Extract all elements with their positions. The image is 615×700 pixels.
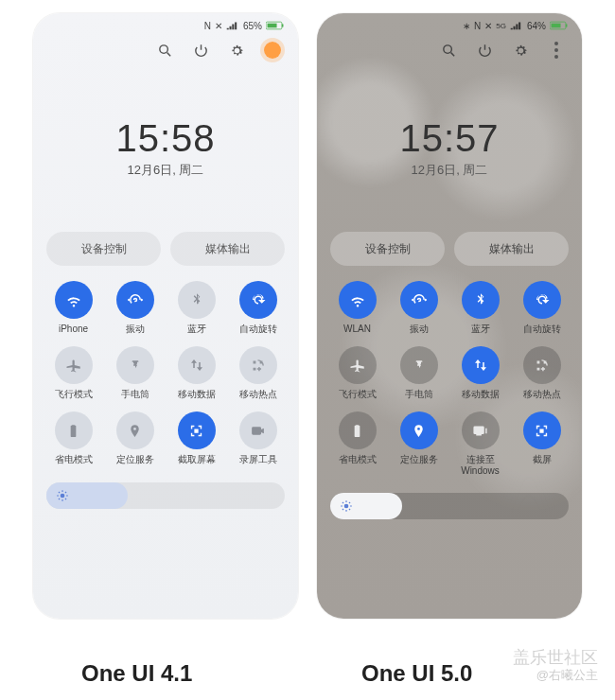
qs-tile-flash[interactable]: 手电筒 [104,346,166,400]
capture-icon [178,411,216,449]
qs-tile-label: 定位服务 [400,454,438,465]
date-text: 12月6日, 周二 [317,162,582,179]
qs-top-row [33,34,298,59]
airplane-icon [55,346,93,384]
qs-tile-location[interactable]: 定位服务 [388,411,449,476]
time-text: 15:58 [33,117,298,160]
svg-rect-2 [268,24,277,28]
qs-tile-label: 飞行模式 [55,389,93,400]
qs-tile-label: 蓝牙 [187,324,206,335]
gear-icon[interactable] [512,42,529,59]
sun-icon [340,499,353,513]
qs-tile-vibrate[interactable]: 振动 [388,281,449,335]
control-pills: 设备控制 媒体输出 [317,232,582,266]
media-output-button[interactable]: 媒体输出 [454,232,569,266]
time-text: 15:57 [317,117,582,160]
qs-tile-rotate[interactable]: 自动旋转 [227,281,289,335]
date-text: 12月6日, 周二 [33,162,298,179]
bt-status-icon: ∗ [463,21,470,31]
hotspot-icon [239,346,277,384]
vibrate-icon [400,281,438,319]
qs-tile-hotspot[interactable]: 移动热点 [511,346,572,400]
power-icon[interactable] [192,42,209,59]
battery-icon [339,411,377,449]
mute-icon: ✕ [215,21,222,31]
record-icon [239,411,277,449]
flash-icon [116,346,154,384]
qs-tile-battery[interactable]: 省电模式 [43,411,104,465]
qs-tile-hotspot[interactable]: 移动热点 [227,346,289,400]
clock-block: 15:58 12月6日, 周二 [33,117,298,179]
qs-tile-flash[interactable]: 手电筒 [388,346,449,400]
qs-tile-capture[interactable]: 截屏 [511,411,572,476]
qs-tile-rotate[interactable]: 自动旋转 [511,281,572,335]
svg-point-3 [159,44,167,53]
search-icon[interactable] [440,42,457,59]
svg-rect-1 [282,24,284,26]
net-label: 5G [496,22,506,30]
qs-tile-label: 手电筒 [121,389,149,400]
device-control-button[interactable]: 设备控制 [46,232,161,266]
qs-tile-data[interactable]: 移动数据 [166,346,227,400]
qs-tile-label: 省电模式 [339,454,377,465]
status-bar: N ✕ 65% [33,13,298,34]
flash-icon [400,346,438,384]
qs-tile-label: 振动 [126,324,145,335]
nfc-icon: N [204,21,211,31]
qs-grid: iPhone振动蓝牙自动旋转飞行模式手电筒移动数据移动热点省电模式定位服务截取屏… [33,266,298,465]
link-icon [462,411,500,449]
qs-tile-wifi[interactable]: iPhone [43,281,104,335]
qs-tile-bluetooth[interactable]: 蓝牙 [449,281,511,335]
watermark-line1: 盖乐世社区 [513,648,598,669]
data-icon [462,346,500,384]
qs-tile-link[interactable]: 连接至 Windows [449,411,511,476]
svg-point-4 [61,494,65,499]
svg-rect-7 [552,24,561,28]
qs-tile-capture[interactable]: 截取屏幕 [166,411,227,465]
bluetooth-icon [462,281,500,319]
wifi-icon [339,281,377,319]
qs-tile-label: 录屏工具 [239,454,277,465]
control-pills: 设备控制 媒体输出 [33,232,298,266]
comparison-stage: N ✕ 65% 15:58 12月6日, 周二 设备控制 媒体输出 iPhone… [0,0,615,619]
qs-tile-location[interactable]: 定位服务 [104,411,166,465]
qs-tile-label: 飞行模式 [339,389,377,400]
qs-tile-battery[interactable]: 省电模式 [326,411,388,476]
media-output-button[interactable]: 媒体输出 [170,232,285,266]
qs-tile-label: 省电模式 [55,454,93,465]
svg-rect-6 [566,24,568,26]
gear-icon[interactable] [228,42,245,59]
device-control-button[interactable]: 设备控制 [330,232,445,266]
brightness-slider[interactable] [330,493,569,519]
qs-tile-wifi[interactable]: WLAN [326,281,388,335]
wifi-signal-icon [226,21,239,30]
search-icon[interactable] [156,42,173,59]
airplane-icon [339,346,377,384]
qs-tile-bluetooth[interactable]: 蓝牙 [166,281,227,335]
qs-tile-airplane[interactable]: 飞行模式 [326,346,388,400]
watermark-line2: @右曦公主 [513,668,598,683]
notif-dot-icon[interactable] [264,42,281,59]
battery-icon [266,21,285,30]
qs-tile-label: 移动数据 [462,389,500,400]
svg-point-9 [344,504,349,509]
qs-tile-airplane[interactable]: 飞行模式 [43,346,104,400]
caption-right: One UI 5.0 [361,660,472,687]
qs-tile-label: 定位服务 [116,454,154,465]
qs-tile-label: 移动热点 [239,389,277,400]
qs-tile-label: 振动 [410,324,429,335]
qs-tile-label: 移动数据 [178,389,216,400]
sun-icon [56,489,69,502]
qs-tile-label: 自动旋转 [523,324,561,335]
qs-tile-vibrate[interactable]: 振动 [104,281,166,335]
qs-tile-data[interactable]: 移动数据 [449,346,511,400]
power-icon[interactable] [476,42,493,59]
qs-tile-record[interactable]: 录屏工具 [227,411,289,465]
vibrate-icon [116,281,154,319]
qs-tile-label: 蓝牙 [471,324,490,335]
more-icon[interactable] [548,42,565,59]
brightness-slider[interactable] [46,482,285,509]
battery-pct: 65% [243,21,262,31]
rotate-icon [239,281,277,319]
location-icon [400,411,438,449]
